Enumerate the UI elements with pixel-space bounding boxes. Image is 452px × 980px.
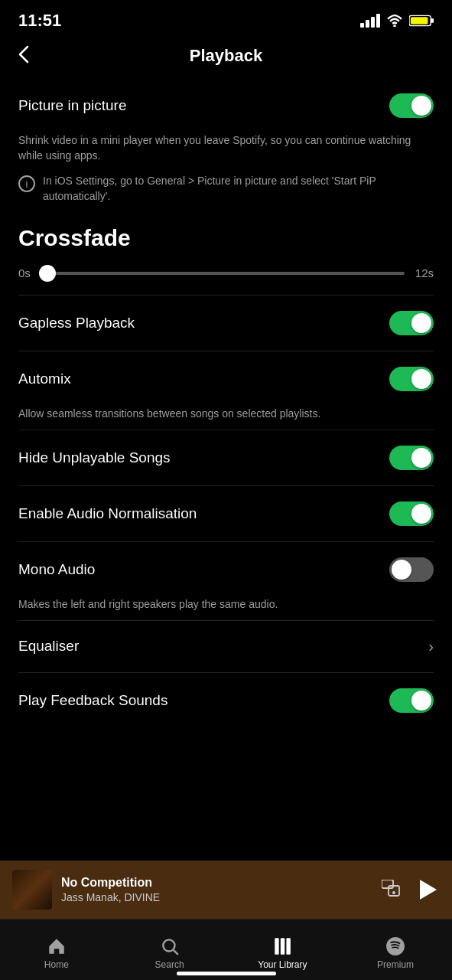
mono-audio-toggle[interactable] [389,557,434,582]
status-time: 11:51 [18,11,61,31]
mono-audio-row: Mono Audio [18,542,434,597]
equaliser-row[interactable]: Equaliser › [18,621,434,672]
audio-normalisation-label: Enable Audio Normalisation [18,505,197,522]
settings-content: Picture in picture Shrink video in a min… [0,78,452,874]
picture-in-picture-row: Picture in picture [18,78,434,133]
bottom-nav: Home Search Your Library Premium [0,919,452,980]
nav-item-premium[interactable]: Premium [339,920,452,980]
hide-unplayable-row: Hide Unplayable Songs [18,430,434,485]
crossfade-slider[interactable] [47,272,405,275]
svg-rect-11 [287,938,291,955]
nav-library-label: Your Library [258,959,307,970]
header: Playback [0,38,452,78]
library-icon [272,936,292,956]
nav-item-home[interactable]: Home [0,920,113,980]
status-icons [360,14,434,28]
play-feedback-toggle[interactable] [389,688,434,713]
svg-rect-5 [389,886,399,896]
now-playing-info: No Competition Jass Manak, DIVINE [61,876,372,903]
search-icon [160,936,180,956]
battery-icon [409,15,434,27]
svg-rect-4 [382,880,393,888]
chevron-right-icon: › [428,638,434,655]
crossfade-min-label: 0s [18,266,37,279]
mono-audio-label: Mono Audio [18,561,95,578]
now-playing-bar[interactable]: No Competition Jass Manak, DIVINE [0,861,452,919]
audio-normalisation-row: Enable Audio Normalisation [18,486,434,541]
gapless-playback-label: Gapless Playback [18,315,135,332]
equaliser-label: Equaliser [18,638,79,655]
crossfade-heading: Crossfade [18,217,434,266]
gapless-playback-row: Gapless Playback [18,296,434,351]
nav-premium-label: Premium [377,959,414,970]
svg-rect-9 [275,938,279,955]
home-indicator [177,972,276,975]
spotify-icon [385,936,405,956]
automix-toggle[interactable] [389,367,434,391]
gapless-playback-toggle[interactable] [389,311,434,335]
play-feedback-label: Play Feedback Sounds [18,692,167,709]
now-playing-title: No Competition [61,876,372,890]
now-playing-art [12,870,52,910]
device-connect-icon[interactable] [382,880,400,900]
picture-in-picture-info-box: i In iOS Settings, go to General > Pictu… [18,171,434,217]
nav-search-label: Search [155,959,184,970]
automix-label: Automix [18,371,71,387]
audio-normalisation-toggle[interactable] [389,501,434,526]
svg-point-6 [392,891,395,894]
play-button[interactable] [414,877,440,903]
mono-audio-desc: Makes the left and right speakers play t… [18,597,434,620]
now-playing-artist: Jass Manak, DIVINE [61,891,372,903]
svg-point-7 [163,939,174,951]
picture-in-picture-toggle[interactable] [389,93,434,118]
info-icon: i [18,175,35,192]
picture-in-picture-desc: Shrink video in a mini player when you l… [18,133,434,171]
crossfade-slider-row: 0s 12s [18,266,434,295]
home-icon [47,936,67,956]
wifi-icon [386,15,403,27]
svg-rect-3 [411,17,428,24]
hide-unplayable-label: Hide Unplayable Songs [18,449,171,466]
svg-line-8 [174,949,178,954]
now-playing-controls [382,877,440,903]
svg-rect-10 [281,938,285,955]
automix-row: Automix [18,351,434,407]
svg-point-0 [393,24,396,27]
back-button[interactable] [15,42,32,70]
page-title: Playback [190,46,262,66]
signal-icon [360,14,380,28]
hide-unplayable-toggle[interactable] [389,446,434,470]
svg-rect-2 [431,18,434,23]
play-feedback-row: Play Feedback Sounds [18,673,434,728]
picture-in-picture-info: In iOS Settings, go to General > Picture… [43,174,434,204]
status-bar: 11:51 [0,0,452,38]
svg-point-12 [386,937,405,956]
crossfade-max-label: 12s [415,266,434,279]
nav-home-label: Home [44,959,69,970]
automix-desc: Allow seamless transitions between songs… [18,407,434,430]
picture-in-picture-label: Picture in picture [18,97,127,114]
